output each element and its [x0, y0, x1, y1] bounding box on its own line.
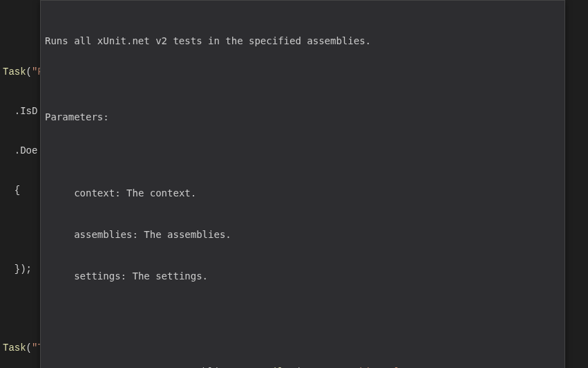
hover-tooltip: Runs all xUnit.net v2 tests in the speci…	[40, 0, 565, 368]
tooltip-param-assemblies: assemblies: The assemblies.	[45, 228, 560, 241]
tooltip-param-context: context: The context.	[45, 186, 560, 200]
tooltip-param-settings: settings: The settings.	[45, 269, 560, 283]
tooltip-snippet-line: var testAssemblies = GetFiles("./src/**/…	[45, 365, 560, 368]
code-editor[interactable]: Runs all xUnit.net v2 tests in the speci…	[0, 0, 588, 368]
tooltip-params-label: Parameters:	[45, 110, 560, 124]
tooltip-summary: Runs all xUnit.net v2 tests in the speci…	[45, 34, 560, 48]
